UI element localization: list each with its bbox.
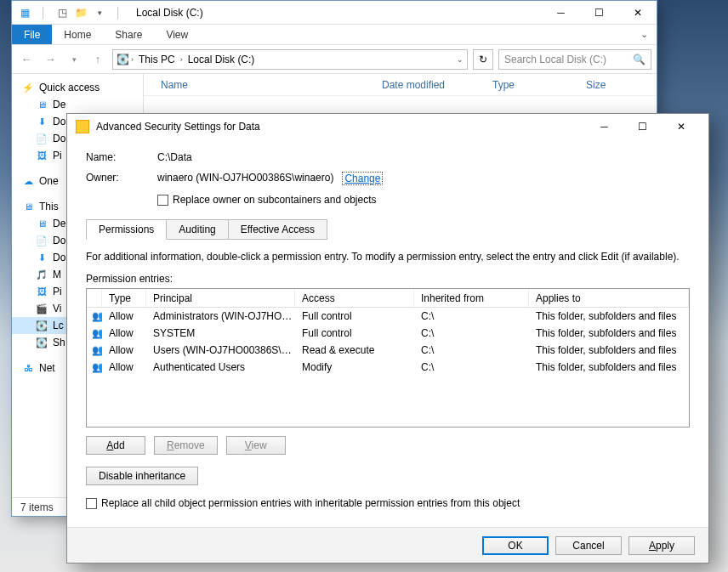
dialog-titlebar[interactable]: Advanced Security Settings for Data ─ ☐ … [67, 114, 708, 139]
disable-inheritance-button[interactable]: Disable inheritance [86, 467, 198, 485]
add-button[interactable]: Add [86, 436, 145, 455]
documents-icon: 📄 [36, 235, 48, 246]
table-row[interactable]: 👥AllowAuthenticated UsersModifyC:\This f… [87, 359, 689, 376]
close-button[interactable]: ✕ [618, 1, 657, 25]
tab-view[interactable]: View [154, 25, 200, 44]
col-applies[interactable]: Applies to [529, 289, 689, 307]
tab-auditing[interactable]: Auditing [166, 219, 228, 240]
permission-table[interactable]: Type Principal Access Inherited from App… [86, 288, 690, 428]
minimize-button[interactable]: ─ [542, 1, 580, 25]
folder-icon [76, 120, 89, 133]
tab-home[interactable]: Home [52, 25, 103, 44]
security-dialog: Advanced Security Settings for Data ─ ☐ … [66, 113, 709, 564]
cell-principal: SYSTEM [146, 327, 295, 339]
user-icon: 👥 [87, 344, 102, 356]
desktop-icon: 🖥 [36, 218, 48, 229]
cell-applies: This folder, subfolders and files [529, 310, 689, 322]
videos-icon: 🎬 [36, 303, 48, 314]
breadcrumb-thispc[interactable]: This PC [135, 54, 179, 65]
cell-access: Full control [295, 310, 414, 322]
item-count: 7 items [20, 501, 54, 513]
documents-icon: 📄 [36, 133, 48, 144]
close-button[interactable]: ✕ [662, 115, 700, 139]
col-name[interactable]: Name [161, 79, 382, 91]
downloads-icon: ⬇ [36, 252, 48, 263]
cell-inherited: C:\ [414, 361, 529, 373]
table-row[interactable]: 👥AllowSYSTEMFull controlC:\This folder, … [87, 325, 689, 342]
column-headers[interactable]: Name Date modified Type Size [144, 74, 657, 96]
table-row[interactable]: 👥AllowUsers (WIN-OJ7HO00386S\Us…Read & e… [87, 342, 689, 359]
cell-access: Read & execute [295, 344, 414, 356]
minimize-button[interactable]: ─ [585, 115, 623, 139]
apply-button[interactable]: Apply [628, 536, 695, 555]
user-icon: 👥 [87, 361, 102, 373]
drive-icon: 💽 [36, 320, 48, 331]
permission-entries-label: Permission entries: [86, 273, 690, 285]
search-icon[interactable]: 🔍 [633, 54, 646, 65]
col-date[interactable]: Date modified [382, 79, 492, 91]
ribbon-toggle-icon[interactable]: ⌄ [631, 25, 657, 44]
address-bar[interactable]: 💽 › This PC › Local Disk (C:) ⌄ [112, 49, 468, 70]
network-icon: 🖧 [22, 362, 34, 374]
breadcrumb-drive[interactable]: Local Disk (C:) [185, 54, 259, 65]
change-link[interactable]: Change [342, 172, 383, 185]
cell-access: Modify [295, 361, 414, 373]
tab-share[interactable]: Share [103, 25, 154, 44]
remove-button: Remove [154, 436, 218, 455]
cell-type: Allow [102, 327, 146, 339]
pictures-icon: 🖼 [36, 150, 48, 161]
dialog-title: Advanced Security Settings for Data [96, 121, 260, 133]
chevron-right-icon[interactable]: › [180, 55, 183, 64]
tab-effective-access[interactable]: Effective Access [228, 219, 327, 240]
maximize-button[interactable]: ☐ [623, 115, 662, 139]
cell-principal: Administrators (WIN-OJ7HO0… [146, 310, 295, 322]
cell-applies: This folder, subfolders and files [529, 361, 689, 373]
forward-button[interactable]: → [41, 50, 60, 69]
qat-divider: │ [36, 5, 51, 20]
user-icon: 👥 [87, 310, 102, 322]
app-icon: ▦ [17, 5, 32, 20]
lightning-icon: ⚡ [22, 82, 34, 93]
back-button[interactable]: ← [17, 50, 36, 69]
explorer-titlebar[interactable]: ▦ │ ◳ 📁 ▾ │ Local Disk (C:) ─ ☐ ✕ [12, 1, 657, 25]
ok-button[interactable]: OK [482, 536, 549, 555]
address-dropdown-icon[interactable]: ⌄ [457, 55, 464, 64]
cancel-button[interactable]: Cancel [555, 536, 622, 555]
owner-label: Owner: [86, 172, 157, 184]
replace-all-checkbox[interactable] [86, 498, 97, 509]
tab-permissions[interactable]: Permissions [86, 219, 167, 240]
refresh-button[interactable]: ↻ [473, 49, 493, 70]
dialog-buttons: OK Cancel Apply [67, 527, 708, 563]
cell-type: Allow [102, 344, 146, 356]
tab-file[interactable]: File [12, 25, 52, 44]
properties-qat-icon[interactable]: ◳ [54, 5, 70, 20]
qat-dropdown-icon[interactable]: ▾ [92, 5, 107, 20]
table-row[interactable]: 👥AllowAdministrators (WIN-OJ7HO0…Full co… [87, 308, 689, 325]
cell-type: Allow [102, 310, 146, 322]
col-inherited[interactable]: Inherited from [414, 289, 529, 307]
folder-qat-icon[interactable]: 📁 [73, 5, 88, 20]
chevron-right-icon[interactable]: › [131, 55, 134, 64]
view-button: View [226, 436, 286, 455]
col-type[interactable]: Type [102, 289, 146, 307]
col-principal[interactable]: Principal [146, 289, 295, 307]
replace-owner-checkbox[interactable] [157, 195, 168, 206]
tree-quick-access[interactable]: ⚡Quick access [12, 79, 143, 96]
col-access[interactable]: Access [295, 289, 414, 307]
maximize-button[interactable]: ☐ [580, 1, 618, 25]
downloads-icon: ⬇ [36, 116, 48, 127]
col-size[interactable]: Size [586, 79, 606, 91]
up-button[interactable]: ↑ [88, 50, 107, 69]
quick-access-toolbar: ▦ │ ◳ 📁 ▾ │ [12, 5, 131, 20]
col-type[interactable]: Type [492, 79, 586, 91]
tree-item[interactable]: 🖥De [12, 96, 143, 113]
cell-principal: Users (WIN-OJ7HO00386S\Us… [146, 344, 295, 356]
cloud-icon: ☁ [22, 175, 34, 187]
user-icon: 👥 [87, 327, 102, 339]
recent-dropdown[interactable]: ▾ [65, 50, 83, 69]
replace-all-label[interactable]: Replace all child object permission entr… [101, 497, 520, 509]
name-label: Name: [86, 151, 157, 163]
nav-row: ← → ▾ ↑ 💽 › This PC › Local Disk (C:) ⌄ … [12, 45, 657, 74]
replace-owner-label[interactable]: Replace owner on subcontainers and objec… [173, 194, 376, 206]
search-input[interactable]: Search Local Disk (C:) 🔍 [498, 49, 651, 70]
